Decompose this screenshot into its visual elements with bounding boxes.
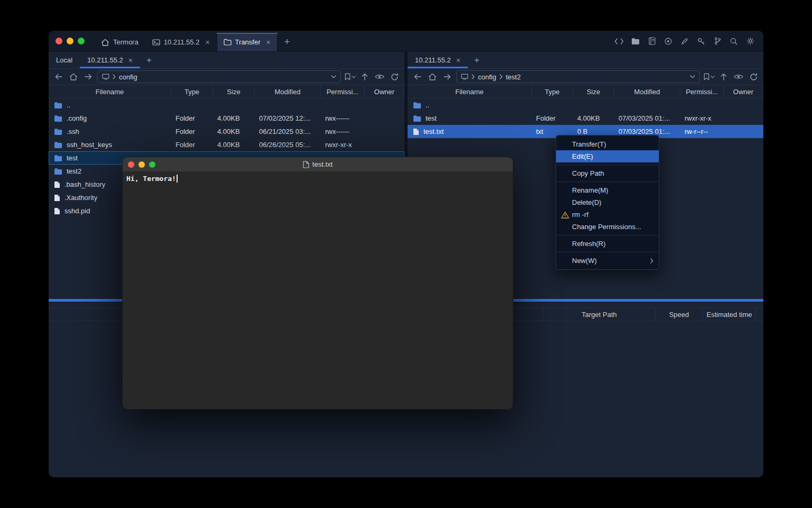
bookmark-button[interactable] <box>703 71 715 83</box>
editor-titlebar[interactable]: test.txt <box>123 157 513 172</box>
path-segment[interactable]: test2 <box>506 73 521 81</box>
menu-item-rename[interactable]: Rename(M) <box>556 184 659 196</box>
parent-directory-button[interactable] <box>718 71 730 83</box>
tab-local[interactable]: Local <box>49 52 80 68</box>
file-type: Folder <box>171 128 213 135</box>
zoom-window-button[interactable] <box>149 161 155 168</box>
journal-button[interactable] <box>645 34 659 48</box>
home-button[interactable] <box>68 71 79 83</box>
file-row[interactable]: .. <box>408 98 763 112</box>
column-header-size[interactable]: Size <box>213 85 255 98</box>
menu-item-rm-rf[interactable]: rm -rf <box>556 208 659 221</box>
file-size: 4.00KB <box>573 114 614 122</box>
file-row[interactable]: .config Folder 4.00KB 07/02/2025 12:... … <box>49 112 404 125</box>
column-header-type[interactable]: Type <box>171 85 213 98</box>
tab-remote-host[interactable]: 10.211.55.2 × <box>80 52 140 68</box>
column-header-type[interactable]: Type <box>532 85 573 98</box>
column-header-speed[interactable]: Speed <box>656 308 703 321</box>
file-permissions: rwxr-xr-x <box>321 141 365 149</box>
path-bar[interactable]: config test2 <box>456 70 700 83</box>
path-segment[interactable]: config <box>478 73 496 81</box>
show-hidden-button[interactable] <box>733 71 744 83</box>
arrow-right-icon <box>444 74 451 80</box>
tab-remote-host[interactable]: 10.211.55.2 × <box>408 52 468 68</box>
menu-item-delete[interactable]: Delete(D) <box>556 196 659 208</box>
minimize-window-button[interactable] <box>67 38 73 44</box>
code-button[interactable] <box>612 34 626 48</box>
file-row[interactable]: .ssh Folder 4.00KB 06/21/2025 03:... rwx… <box>49 125 404 138</box>
files-button[interactable] <box>629 34 642 48</box>
context-menu: Transfer(T) Edit(E) Copy Path Rename(M) … <box>556 135 659 270</box>
refresh-button[interactable] <box>389 71 400 83</box>
close-icon[interactable]: × <box>456 57 460 64</box>
minimize-window-button[interactable] <box>139 161 145 168</box>
column-header-target-path[interactable]: Target Path <box>543 308 656 321</box>
menu-item-copy-path[interactable]: Copy Path <box>556 167 659 179</box>
close-icon[interactable]: × <box>266 39 271 46</box>
home-icon <box>428 73 437 80</box>
file-type: txt <box>532 128 573 135</box>
menu-item-refresh[interactable]: Refresh(R) <box>556 238 659 250</box>
branch-button[interactable] <box>710 34 724 48</box>
file-size: 0 B <box>573 128 614 135</box>
file-modified: 07/03/2025 01:... <box>614 114 680 122</box>
new-panel-tab-button[interactable]: + <box>468 52 486 68</box>
path-segment[interactable]: config <box>119 73 137 81</box>
column-header-size[interactable]: Size <box>573 85 614 98</box>
titlebar-actions <box>612 31 763 51</box>
folder-icon <box>631 38 640 45</box>
titlebar: Termora 10.211.55.2 × Transfer × + <box>49 31 763 52</box>
bookmark-button[interactable] <box>344 71 356 83</box>
tab-termora[interactable]: Termora <box>94 33 145 51</box>
close-icon[interactable]: × <box>205 39 209 46</box>
record-button[interactable] <box>661 34 675 48</box>
search-button[interactable] <box>727 34 741 48</box>
column-header-filename[interactable]: Filename <box>408 85 532 98</box>
column-header-permissions[interactable]: Permissi... <box>680 85 724 98</box>
file-row[interactable]: ssh_host_keys Folder 4.00KB 06/26/2025 0… <box>49 138 404 151</box>
column-header-filename[interactable]: Filename <box>49 85 171 98</box>
back-button[interactable] <box>412 71 423 83</box>
folder-icon <box>54 168 62 175</box>
menu-item-new[interactable]: New(W) <box>556 255 659 267</box>
keys-button[interactable] <box>694 34 708 48</box>
menu-item-edit[interactable]: Edit(E) <box>556 150 659 162</box>
column-header-modified[interactable]: Modified <box>614 85 680 98</box>
back-button[interactable] <box>53 71 64 83</box>
close-window-button[interactable] <box>56 38 62 44</box>
column-header-permissions[interactable]: Permissi... <box>321 85 365 98</box>
refresh-button[interactable] <box>748 71 759 83</box>
file-row[interactable]: test Folder 4.00KB 07/03/2025 01:... rwx… <box>408 112 763 125</box>
arrow-left-icon <box>55 74 62 80</box>
terminal-icon <box>152 39 160 46</box>
tab-host[interactable]: 10.211.55.2 × <box>145 33 217 51</box>
editor-window-controls <box>123 161 161 168</box>
file-row[interactable]: .. <box>49 98 404 112</box>
zoom-window-button[interactable] <box>78 38 85 44</box>
close-window-button[interactable] <box>128 161 134 168</box>
new-panel-tab-button[interactable]: + <box>140 52 158 68</box>
forward-button[interactable] <box>441 71 453 83</box>
column-header-estimated-time[interactable]: Estimated time <box>703 308 756 321</box>
column-header-owner[interactable]: Owner <box>365 85 404 98</box>
refresh-icon <box>391 73 399 81</box>
column-header-modified[interactable]: Modified <box>255 85 321 98</box>
menu-item-change-permissions[interactable]: Change Permissions... <box>556 221 659 233</box>
tab-transfer[interactable]: Transfer × <box>217 33 278 51</box>
column-header-owner[interactable]: Owner <box>724 85 763 98</box>
forward-button[interactable] <box>82 71 94 83</box>
tab-label: 10.211.55.2 <box>164 38 200 46</box>
path-bar[interactable]: config <box>97 70 341 83</box>
new-tab-button[interactable]: + <box>278 33 297 51</box>
chevron-down-icon[interactable] <box>331 75 336 78</box>
chevron-down-icon[interactable] <box>690 75 695 78</box>
edit-button[interactable] <box>678 34 691 48</box>
settings-button[interactable] <box>743 34 757 48</box>
editor-content[interactable]: Hi, Termora! <box>123 172 513 185</box>
home-button[interactable] <box>427 71 438 83</box>
menu-item-transfer[interactable]: Transfer(T) <box>556 138 659 150</box>
show-hidden-button[interactable] <box>374 71 385 83</box>
close-icon[interactable]: × <box>128 57 133 64</box>
parent-directory-button[interactable] <box>359 71 371 83</box>
arrow-up-icon <box>721 73 727 80</box>
